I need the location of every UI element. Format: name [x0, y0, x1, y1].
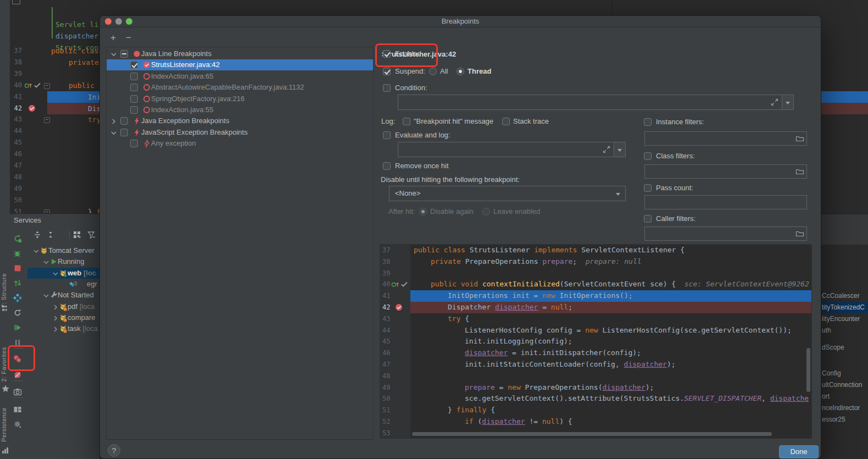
- breakpoint-item-7[interactable]: JavaScript Exception Breakpoints: [107, 127, 373, 138]
- view-breakpoints-icon[interactable]: [13, 355, 22, 363]
- services-tree-item-Not Started[interactable]: Not Started: [27, 290, 99, 301]
- evaluate-history-dropdown[interactable]: [614, 142, 626, 157]
- debug-rerun-icon[interactable]: [13, 249, 22, 258]
- breakpoint-checkbox[interactable]: [130, 106, 138, 114]
- condition-history-dropdown[interactable]: [782, 95, 794, 110]
- condition-checkbox[interactable]: [383, 84, 391, 92]
- leave-enabled-radio[interactable]: [482, 208, 490, 215]
- chevron-down-icon[interactable]: [109, 129, 117, 136]
- breakpoint-item-8[interactable]: Any exception: [107, 138, 373, 149]
- folder-icon[interactable]: [795, 134, 804, 143]
- override-method-icon[interactable]: [24, 81, 33, 90]
- breakpoint-item-6[interactable]: Java Exception Breakpoints: [107, 115, 373, 126]
- chevron-right-icon[interactable]: [51, 314, 59, 322]
- preview-vertical-scrollbar[interactable]: [806, 348, 810, 392]
- disable-until-combobox[interactable]: <None>: [389, 186, 626, 201]
- override-method-icon[interactable]: [391, 280, 400, 289]
- layout-icon[interactable]: [13, 405, 22, 414]
- persistence-icon[interactable]: [1, 446, 9, 454]
- chevron-right-icon[interactable]: [51, 303, 59, 311]
- refresh-icon[interactable]: [13, 308, 22, 317]
- suspend-checkbox[interactable]: [383, 68, 391, 75]
- collapse-all-icon[interactable]: [46, 230, 55, 239]
- breakpoint-item-0[interactable]: Java Line Breakpoints: [107, 48, 373, 59]
- services-tree-item-pdf[interactable]: pdf [loca: [27, 301, 99, 312]
- stripe-label-0[interactable]: 7: Structure: [1, 273, 7, 308]
- expand-editor-icon[interactable]: [770, 98, 779, 107]
- star-icon[interactable]: [1, 384, 9, 392]
- breakpoint-icon[interactable]: [27, 104, 36, 113]
- instance-filters-checkbox[interactable]: [644, 118, 652, 126]
- chevron-down-icon[interactable]: [32, 247, 40, 255]
- breakpoint-checkbox[interactable]: [130, 140, 138, 147]
- preview-horizontal-scrollbar[interactable]: [412, 432, 772, 436]
- add-breakpoint-button[interactable]: +: [108, 32, 119, 43]
- services-diamonds-icon[interactable]: [13, 294, 22, 302]
- evaluate-log-checkbox[interactable]: [383, 131, 391, 139]
- pass-count-input[interactable]: [644, 195, 807, 209]
- expand-editor-icon[interactable]: [602, 145, 611, 154]
- remove-once-hit-checkbox[interactable]: [383, 162, 391, 170]
- breakpoint-checkbox[interactable]: [130, 73, 138, 80]
- camera-icon[interactable]: [13, 388, 22, 396]
- suspend-all-radio[interactable]: [429, 68, 437, 75]
- breakpoint-checkbox[interactable]: [120, 50, 128, 58]
- resume-icon[interactable]: [13, 323, 22, 332]
- stack-trace-checkbox[interactable]: [502, 118, 510, 125]
- breakpoint-item-1[interactable]: StrutsListener.java:42: [107, 59, 373, 70]
- fold-marker-icon[interactable]: −: [44, 209, 50, 213]
- pass-count-checkbox[interactable]: [644, 184, 652, 192]
- instance-filters-input[interactable]: [644, 131, 807, 146]
- class-filters-input[interactable]: [644, 164, 807, 179]
- breakpoint-checkbox[interactable]: [120, 129, 128, 136]
- folder-icon[interactable]: [795, 229, 804, 238]
- help-button[interactable]: ?: [108, 444, 120, 457]
- services-tree-item-task[interactable]: task [loca: [27, 323, 99, 334]
- breakpoint-icon[interactable]: [394, 303, 403, 312]
- settings-icon[interactable]: [13, 420, 22, 429]
- structure-icon[interactable]: [1, 304, 9, 312]
- breakpoint-checkbox[interactable]: [130, 84, 138, 91]
- breakpoint-checkbox[interactable]: [130, 61, 138, 69]
- fold-marker-icon[interactable]: −: [44, 83, 50, 89]
- services-tree-item-Running[interactable]: Running: [27, 256, 99, 267]
- chevron-right-icon[interactable]: [109, 117, 117, 125]
- services-tree-item-Tomcat Server[interactable]: Tomcat Server: [27, 245, 99, 256]
- breakpoint-checkbox[interactable]: [120, 117, 128, 125]
- chevron-down-icon[interactable]: [51, 269, 59, 277]
- chevron-down-icon[interactable]: [42, 291, 49, 299]
- mute-breakpoints-icon[interactable]: [13, 370, 22, 379]
- enabled-checkbox[interactable]: [383, 50, 391, 58]
- group-by-icon[interactable]: [73, 230, 81, 239]
- done-button[interactable]: Done: [779, 445, 819, 458]
- stripe-label-2[interactable]: Persistence: [1, 407, 7, 442]
- rerun-icon[interactable]: [13, 234, 22, 243]
- breakpoint-checkbox[interactable]: [130, 95, 138, 103]
- remove-breakpoint-button[interactable]: −: [123, 32, 134, 43]
- class-filters-checkbox[interactable]: [644, 152, 652, 160]
- breakpoint-item-3[interactable]: AbstractAutowireCapableBeanFactory.java:…: [107, 82, 373, 93]
- log-message-checkbox[interactable]: [403, 118, 410, 125]
- stop-icon[interactable]: [13, 264, 22, 273]
- expand-all-icon[interactable]: [33, 230, 42, 239]
- fold-marker-icon[interactable]: −: [44, 117, 50, 123]
- breakpoint-item-4[interactable]: SpringObjectFactory.java:216: [107, 93, 373, 104]
- chevron-right-icon[interactable]: [51, 325, 59, 333]
- disable-again-radio[interactable]: [419, 208, 427, 215]
- condition-input[interactable]: [398, 95, 782, 110]
- filter-icon[interactable]: [87, 230, 96, 239]
- caller-filters-checkbox[interactable]: [644, 215, 652, 223]
- services-tree-item-compare[interactable]: compare: [27, 312, 99, 323]
- stripe-label-1[interactable]: 2: Favorites: [1, 347, 7, 381]
- services-tree-item-egr[interactable]: egr: [27, 279, 99, 290]
- swap-arrows-icon[interactable]: [13, 279, 22, 287]
- services-tree-item-web[interactable]: web [loc: [27, 268, 99, 279]
- pause-icon[interactable]: [13, 338, 22, 347]
- chevron-down-icon[interactable]: [109, 50, 117, 58]
- breakpoint-item-2[interactable]: IndexAction.java:65: [107, 71, 373, 82]
- breakpoint-item-5[interactable]: IndexAction.java:55: [107, 104, 373, 115]
- chevron-down-icon[interactable]: [42, 258, 49, 266]
- evaluate-log-input[interactable]: [398, 142, 614, 157]
- caller-filters-input[interactable]: [644, 226, 807, 241]
- suspend-thread-radio[interactable]: [457, 68, 464, 75]
